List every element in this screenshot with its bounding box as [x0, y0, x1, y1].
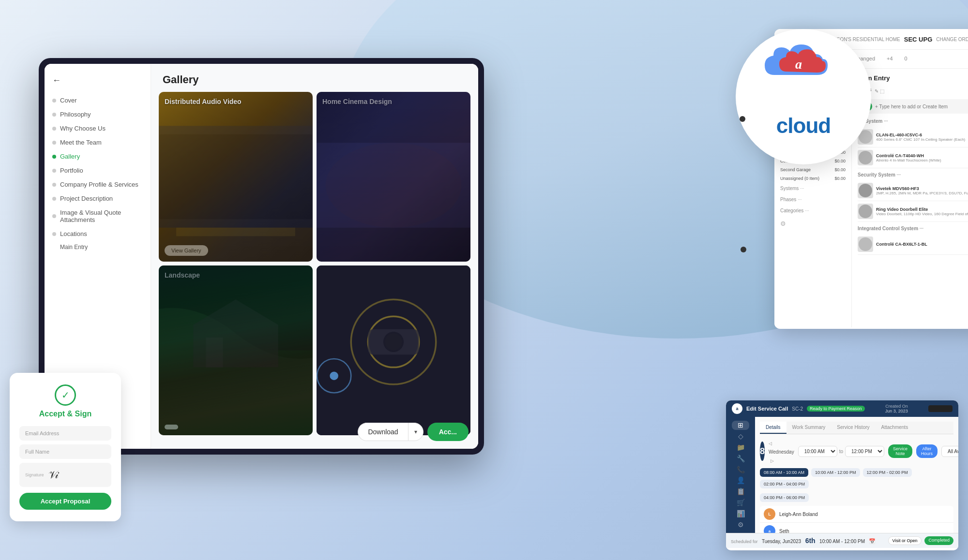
sp-logo: a — [732, 403, 742, 414]
sp-day-label: ◁ Wednesday ▷ — [769, 438, 794, 464]
download-area: Download ▾ Acc... — [358, 423, 469, 441]
co-item-img — [858, 204, 873, 219]
sp-header-left: a Edit Service Call SC-2 Ready to Paymen… — [732, 403, 865, 414]
sp-time-from-select[interactable]: 10:00 AM — [798, 446, 837, 457]
co-tab-0[interactable]: 0 — [899, 52, 913, 66]
sidebar-sub-main-entry[interactable]: Main Entry — [45, 241, 151, 253]
co-add-item-row[interactable]: + — [858, 99, 968, 114]
sp-scheduled-label: Scheduled for — [731, 539, 758, 544]
co-item-info: Vivetek MDV560-HF3 2MP, H.265, 2MN M, MD… — [876, 186, 968, 195]
sp-nav-call[interactable]: 📞 — [732, 465, 749, 474]
co-item-model: Ring Video Doorbell Elite — [876, 207, 968, 212]
sp-created-label: Created On — [885, 404, 908, 409]
co-item-info: CLAN-EL-460-IC5VC-6 400 Series 6.6" CMC … — [876, 133, 968, 142]
sp-nav-contacts[interactable]: 👤 — [732, 476, 749, 485]
sp-nav-service[interactable]: 🔧 — [732, 454, 749, 463]
email-field[interactable]: Email Address — [19, 426, 111, 441]
sp-nav-settings[interactable]: ⚙ — [732, 520, 749, 529]
sp-tab-attachments[interactable]: Attachments — [876, 422, 914, 434]
sp-tab-details[interactable]: Details — [760, 422, 786, 434]
co-location-second-garage[interactable]: Second Garage $0.00 — [774, 165, 851, 174]
sp-time-to-select[interactable]: 12:00 PM — [845, 446, 884, 457]
sp-staff-name-1: Seth — [779, 529, 950, 533]
acloud-logo: a cloud — [736, 29, 871, 164]
sp-visit-btn[interactable]: Visit or Open — [888, 536, 922, 545]
accept-sign-panel: ✓ Accept & Sign Email Address Full Name … — [10, 373, 121, 521]
sp-slot-3[interactable]: 02:00 PM - 04:00 PM — [760, 480, 809, 488]
co-tab-plus4[interactable]: +4 — [881, 52, 899, 66]
sp-staff-list: L Leigh-Ann Boland a Seth B Barrie M. C — [760, 506, 953, 533]
gallery-grid: Distributed Audio Video View Gallery Hom… — [151, 92, 478, 443]
sp-nav-orders[interactable]: 🛒 — [732, 498, 749, 507]
sp-nav-projects[interactable]: 📁 — [732, 443, 749, 452]
sidebar-item-philosophy[interactable]: Philosophy — [45, 107, 151, 121]
sp-calendar-icon: 📅 — [869, 538, 876, 544]
sp-nav-reports[interactable]: 📊 — [732, 509, 749, 518]
sp-time-range: 10:00 AM to 12:00 PM — [798, 446, 884, 457]
co-item-img — [858, 236, 873, 252]
sidebar-item-locations[interactable]: Locations — [45, 227, 151, 241]
sp-slot-extra[interactable]: 04:00 PM - 06:00 PM — [760, 493, 809, 502]
co-settings-icon[interactable]: ⚙ — [774, 216, 851, 231]
full-name-field[interactable]: Full Name — [19, 444, 111, 459]
sp-footer: Scheduled for Tuesday, Jun2023 6th 10:00… — [726, 533, 958, 548]
sidebar-item-gallery[interactable]: Gallery — [45, 149, 151, 163]
download-dropdown-btn[interactable]: ▾ — [408, 423, 424, 441]
sp-slot-0[interactable]: 08:00 AM - 10:00 AM — [760, 468, 808, 477]
sp-tab-work-summary[interactable]: Work Summary — [786, 422, 832, 434]
sp-call-id: SC-2 — [792, 406, 803, 412]
sp-available-resources-select[interactable]: All Available Resources — [941, 446, 958, 457]
sp-color-swatch — [928, 405, 953, 412]
co-categories-section[interactable]: Categories ··· — [774, 205, 851, 216]
signature-area[interactable]: Signature 𝒱𝒾 — [19, 463, 111, 487]
sp-title: Edit Service Call — [746, 406, 788, 412]
signature-label: Signature — [25, 472, 44, 477]
sidebar-item-project-desc[interactable]: Project Description — [45, 192, 151, 206]
sp-scheduled-date: Tuesday, Jun2023 — [762, 539, 801, 544]
cloud-svg: a — [760, 39, 847, 87]
co-add-item-input[interactable] — [875, 104, 968, 109]
sidebar-item-image-visual[interactable]: Image & Visual Quote Attachments — [45, 206, 151, 227]
co-item-desc: Video Doorbell, 1106p HD Video, 160 Degr… — [876, 212, 968, 216]
sidebar-item-cover[interactable]: Cover — [45, 93, 151, 107]
sp-slot-2[interactable]: 12:00 PM - 02:00 PM — [863, 468, 912, 477]
gallery-item-audio-video[interactable]: Distributed Audio Video View Gallery — [159, 92, 313, 262]
co-item-model: Controlé CA-BX6LT-1-BL — [876, 242, 968, 247]
co-security-system-header: Security System ··· — [858, 172, 968, 177]
download-button[interactable]: Download — [358, 423, 408, 441]
co-phases-section[interactable]: Phases ··· — [774, 194, 851, 205]
co-item-row: Controlé CA-T4040-WH Atrento 4 In-Wall T… — [858, 147, 968, 168]
sp-slot-1[interactable]: 10:00 AM - 12:00 PM — [811, 468, 860, 477]
sp-tab-service-history[interactable]: Service History — [831, 422, 875, 434]
sp-service-note-btn[interactable]: Service Note — [888, 444, 912, 458]
gallery-main: Gallery Distributed Audio Video View Gal… — [151, 64, 478, 449]
sp-status-badge: Ready to Payment Reason — [807, 406, 865, 412]
co-item-thumbnail — [859, 205, 872, 218]
check-circle: ✓ — [55, 384, 76, 406]
co-change-order-label: CHANGE ORDER — [936, 37, 968, 42]
acloud-logo-circle: a cloud — [736, 29, 871, 164]
co-item-row: Controlé CA-BX6LT-1-BL 2 h $475.00 $3900… — [858, 234, 968, 255]
sp-nav-dashboard[interactable]: ⊞ — [732, 421, 749, 430]
accept-proposal-btn[interactable]: Acc... — [427, 423, 469, 441]
sp-header: a Edit Service Call SC-2 Ready to Paymen… — [726, 400, 958, 417]
sp-main-area: Details Work Summary Service History Att… — [755, 417, 958, 533]
sidebar-back-btn[interactable]: ← — [45, 72, 151, 93]
co-integrated-system-header: Integrated Control System ··· — [858, 226, 968, 231]
sp-after-hours-btn[interactable]: After Hours — [916, 444, 938, 458]
sp-nav-catalogue[interactable]: 📋 — [732, 487, 749, 496]
acloud-text-label: cloud — [776, 114, 831, 138]
co-item-thumbnail — [859, 237, 872, 251]
sidebar-item-company-profile[interactable]: Company Profile & Services — [45, 177, 151, 192]
sp-nav-opportunities[interactable]: ◇ — [732, 432, 749, 441]
sidebar-item-portfolio[interactable]: Portfolio — [45, 163, 151, 177]
gallery-item-landscape[interactable]: Landscape — [159, 265, 313, 435]
accept-proposal-button[interactable]: Accept Proposal — [19, 493, 111, 510]
sidebar-item-why-choose[interactable]: Why Choose Us — [45, 121, 151, 135]
co-systems-section[interactable]: Systems ··· — [774, 183, 851, 194]
sidebar-item-meet-team[interactable]: Meet the Team — [45, 135, 151, 149]
sidebar-dot — [52, 214, 56, 218]
svg-rect-2 — [159, 134, 312, 220]
sp-day-name: Wednesday — [769, 449, 794, 455]
co-location-unassigned[interactable]: Unassigned (0 Item) $0.00 — [774, 174, 851, 183]
